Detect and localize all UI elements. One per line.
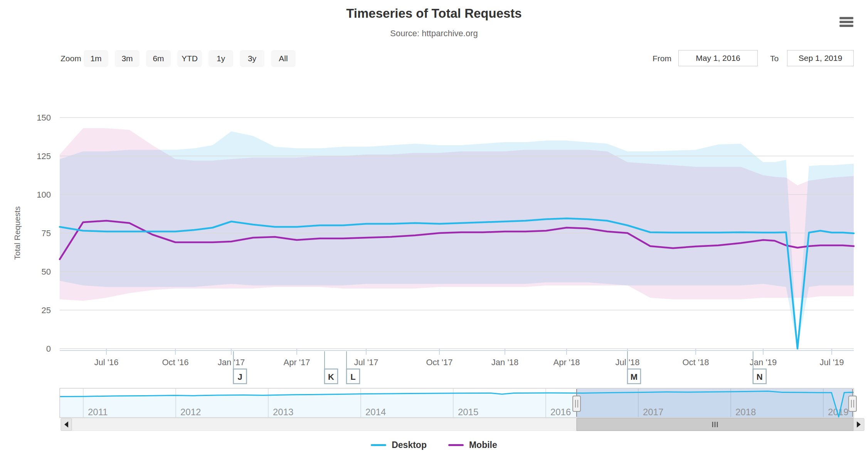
navigator-year-label: 2011: [88, 407, 108, 417]
handle-grip: [849, 396, 856, 411]
x-axis-label: Oct '16: [162, 357, 188, 367]
flag-annotations: JKLMN: [234, 351, 766, 384]
legend-item-mobile[interactable]: Mobile: [448, 440, 497, 450]
x-axis-label: Jan '19: [750, 357, 777, 367]
scrollbar-left-button[interactable]: [61, 418, 72, 431]
navigator[interactable]: 201120122013201420152016201720182019: [60, 388, 856, 418]
navigator-year-label: 2017: [643, 407, 663, 417]
legend-label: Desktop: [392, 440, 427, 450]
x-axis-label: Oct '18: [682, 357, 709, 367]
flag-label: K: [328, 372, 334, 382]
flag-label: M: [631, 372, 638, 382]
navigator-year-label: 2012: [180, 407, 201, 417]
stock-chart: Timeseries of Total Requests Source: htt…: [0, 0, 868, 463]
x-axis-label: Jan '17: [218, 357, 245, 367]
y-axis-title: Total Requests: [13, 206, 22, 260]
legend-item-desktop[interactable]: Desktop: [371, 440, 427, 450]
flag-J[interactable]: J: [234, 351, 247, 384]
x-axis-label: Apr '17: [283, 357, 310, 367]
x-axis-label: Jul '16: [94, 357, 119, 367]
y-axis-label: 25: [42, 305, 51, 315]
navigator-year-label: 2018: [735, 407, 756, 417]
y-axis-label: 50: [42, 267, 51, 277]
y-axis-label: 0: [46, 344, 51, 354]
flag-K[interactable]: K: [325, 351, 338, 384]
y-axis-label: 125: [37, 151, 51, 161]
handle-grip: [573, 396, 580, 411]
flag-N[interactable]: N: [753, 351, 766, 384]
y-axis-label: 100: [37, 190, 51, 200]
x-axis-label: Jan '18: [491, 357, 518, 367]
legend-swatch-mobile: [448, 444, 464, 446]
legend: DesktopMobile: [0, 440, 868, 450]
x-axis: Jul '16Oct '16Jan '17Apr '17Jul '17Oct '…: [60, 349, 854, 367]
flag-label: L: [350, 372, 355, 382]
flag-label: N: [757, 372, 763, 382]
navigator-year-label: 2013: [273, 407, 293, 417]
x-axis-label: Oct '17: [426, 357, 453, 367]
x-axis-label: Jul '17: [354, 357, 378, 367]
legend-swatch-desktop: [371, 444, 386, 446]
scrollbar-right-button[interactable]: [853, 418, 864, 431]
x-axis-label: Apr '18: [553, 357, 580, 367]
navigator-year-label: 2015: [458, 407, 478, 417]
scrollbar[interactable]: [61, 418, 864, 431]
y-axis-label: 75: [42, 228, 51, 238]
flag-L[interactable]: L: [347, 351, 360, 384]
x-axis-label: Jul '19: [820, 357, 844, 367]
confidence-bands: [60, 128, 854, 349]
flag-label: J: [238, 372, 242, 382]
navigator-year-label: 2016: [550, 407, 571, 417]
legend-label: Mobile: [469, 440, 497, 450]
chart-canvas: 0255075100125150Total RequestsJul '16Oct…: [0, 0, 868, 463]
flag-M[interactable]: M: [627, 351, 641, 384]
navigator-year-label: 2014: [365, 407, 386, 417]
y-axis-label: 150: [37, 113, 51, 122]
